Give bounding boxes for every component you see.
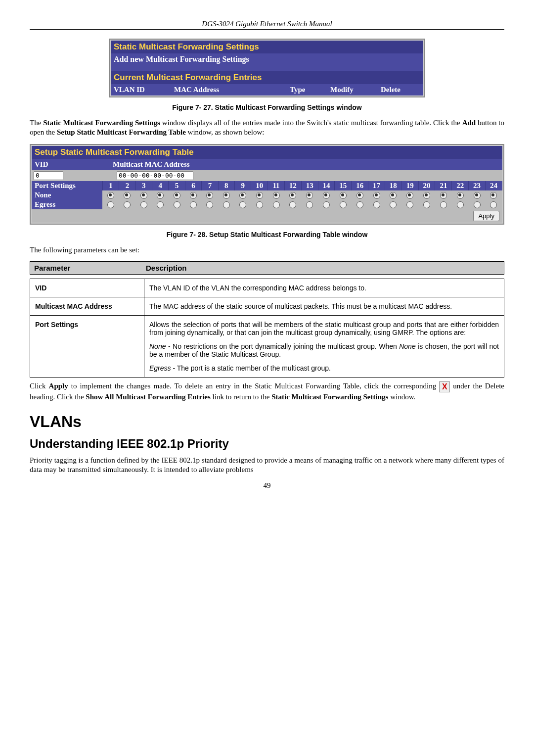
radio-egress-5[interactable] [174,201,180,208]
radio-egress-4[interactable] [157,201,164,208]
radio-egress-8[interactable] [223,201,230,208]
body-para-3: Click Apply to implement the changes mad… [30,381,504,402]
mac-label: Multicast MAC Address [111,159,502,170]
radio-none-21[interactable] [440,192,447,199]
mac-input[interactable] [117,171,193,180]
radio-egress-1[interactable] [107,201,114,208]
radio-none-1[interactable] [107,192,114,199]
section-heading-priority: Understanding IEEE 802.1p Priority [30,437,504,451]
body-para-4: Priority tagging is a function defined b… [30,456,504,474]
radio-egress-2[interactable] [124,201,131,208]
radio-egress-15[interactable] [340,201,347,208]
radio-egress-13[interactable] [306,201,313,208]
figure-caption-28: Figure 7- 28. Setup Static Multicast For… [30,231,504,238]
spacer [111,65,423,71]
page-number: 49 [30,481,504,490]
radio-egress-24[interactable] [490,201,497,208]
radio-none-18[interactable] [390,192,397,199]
radio-egress-19[interactable] [406,201,413,208]
body-para-1: The Static Multicast Forwarding Settings… [30,118,504,137]
radio-none-2[interactable] [124,192,131,199]
radio-egress-22[interactable] [457,201,464,208]
screenshot-setup-table: Setup Static Multicast Forwarding Table … [30,144,504,225]
radio-egress-3[interactable] [140,201,147,208]
radio-egress-23[interactable] [474,201,481,208]
row-egress-label: Egress [32,200,102,209]
ports-table: Port Settings 12345678910111213141516171… [32,181,502,209]
row-none-label: None [32,190,102,200]
col-type: Type [287,84,327,95]
radio-none-10[interactable] [256,192,263,199]
param-vid-name: VID [30,279,144,297]
radio-none-15[interactable] [340,192,347,199]
radio-egress-6[interactable] [190,201,197,208]
param-vid-desc: The VLAN ID of the VLAN the correspondin… [144,279,504,297]
radio-egress-18[interactable] [390,201,397,208]
param-ports-desc: Allows the selection of ports that will … [144,316,504,378]
radio-egress-17[interactable] [373,201,380,208]
radio-egress-9[interactable] [239,201,246,208]
param-header: Parameter Description [30,261,504,275]
col-vlanid: VLAN ID [111,84,171,95]
body-para-2: The following parameters can be set: [30,245,504,255]
radio-none-6[interactable] [190,192,197,199]
params-table: VID The VLAN ID of the VLAN the correspo… [30,279,504,378]
radio-none-8[interactable] [223,192,230,199]
col-mac: MAC Address [171,84,287,95]
radio-egress-14[interactable] [323,201,330,208]
radio-none-16[interactable] [356,192,363,199]
radio-none-3[interactable] [140,192,147,199]
col-delete: Delete [378,84,423,95]
param-ports-name: Port Settings [30,316,144,378]
param-col-name: Parameter [30,262,142,274]
radio-none-24[interactable] [490,192,497,199]
window-title-2: Setup Static Multicast Forwarding Table [32,146,502,159]
vid-input[interactable] [34,171,63,180]
radio-egress-12[interactable] [289,201,296,208]
ports-heading: Port Settings [32,181,102,190]
screenshot-static-forwarding: Static Multicast Forwarding Settings Add… [109,39,425,97]
delete-x-icon: X [439,381,450,392]
param-mac-desc: The MAC address of the static source of … [144,297,504,316]
radio-none-12[interactable] [289,192,296,199]
window-title: Static Multicast Forwarding Settings [111,41,423,53]
radio-none-4[interactable] [157,192,164,199]
radio-none-7[interactable] [206,192,213,199]
vid-label: VID [32,159,111,170]
entries-title: Current Multicast Forwarding Entries [111,71,423,84]
radio-none-11[interactable] [273,192,280,199]
radio-none-23[interactable] [474,192,481,199]
radio-none-9[interactable] [239,192,246,199]
param-col-desc: Description [142,262,504,274]
col-modify: Modify [327,84,378,95]
radio-egress-10[interactable] [256,201,263,208]
radio-egress-7[interactable] [206,201,213,208]
param-mac-name: Multicast MAC Address [30,297,144,316]
radio-egress-20[interactable] [423,201,430,208]
section-heading-vlans: VLANs [30,413,504,431]
radio-egress-21[interactable] [440,201,447,208]
doc-header: DGS-3024 Gigabit Ethernet Switch Manual [30,20,504,30]
radio-none-13[interactable] [306,192,313,199]
radio-none-17[interactable] [373,192,380,199]
radio-none-14[interactable] [323,192,330,199]
radio-egress-16[interactable] [356,201,363,208]
radio-none-20[interactable] [423,192,430,199]
sub-header: Add new Multicast Forwarding Settings [111,53,423,65]
ports-p1: Allows the selection of ports that will … [149,321,499,336]
apply-button[interactable]: Apply [473,211,499,221]
radio-none-5[interactable] [174,192,180,199]
radio-none-19[interactable] [406,192,413,199]
figure-caption-27: Figure 7- 27. Static Multicast Forwardin… [30,103,504,111]
entries-table: VLAN ID MAC Address Type Modify Delete [111,84,423,95]
radio-none-22[interactable] [457,192,464,199]
radio-egress-11[interactable] [273,201,280,208]
